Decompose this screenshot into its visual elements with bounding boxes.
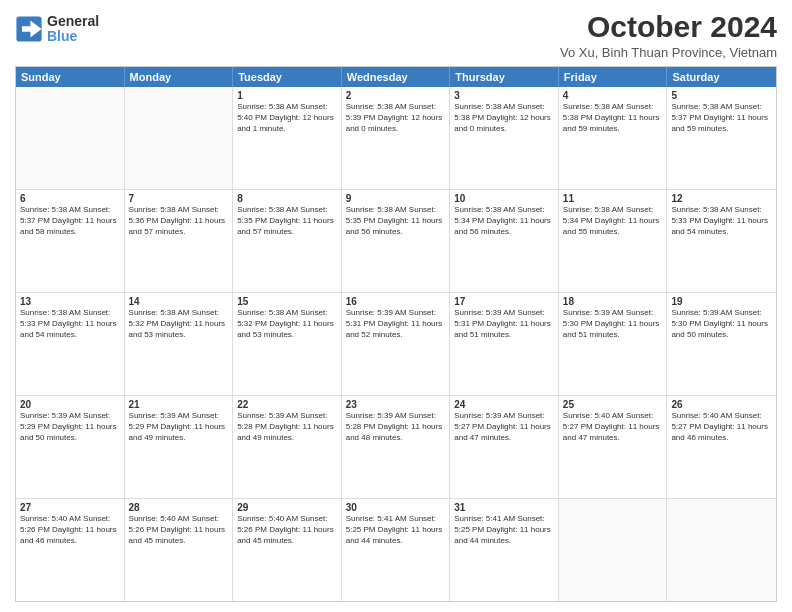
calendar-week-2: 6Sunrise: 5:38 AM Sunset: 5:37 PM Daylig…: [16, 189, 776, 292]
calendar-header: Sunday Monday Tuesday Wednesday Thursday…: [16, 67, 776, 87]
day-info: Sunrise: 5:39 AM Sunset: 5:30 PM Dayligh…: [563, 308, 663, 340]
day-info: Sunrise: 5:39 AM Sunset: 5:31 PM Dayligh…: [346, 308, 446, 340]
day-number: 21: [129, 399, 229, 410]
day-cell-25: 25Sunrise: 5:40 AM Sunset: 5:27 PM Dayli…: [559, 396, 668, 498]
day-cell-20: 20Sunrise: 5:39 AM Sunset: 5:29 PM Dayli…: [16, 396, 125, 498]
day-number: 9: [346, 193, 446, 204]
day-info: Sunrise: 5:39 AM Sunset: 5:31 PM Dayligh…: [454, 308, 554, 340]
day-info: Sunrise: 5:39 AM Sunset: 5:28 PM Dayligh…: [346, 411, 446, 443]
header-friday: Friday: [559, 67, 668, 87]
logo-text: General Blue: [47, 14, 99, 45]
day-number: 7: [129, 193, 229, 204]
day-cell-2: 2Sunrise: 5:38 AM Sunset: 5:39 PM Daylig…: [342, 87, 451, 189]
day-info: Sunrise: 5:41 AM Sunset: 5:25 PM Dayligh…: [346, 514, 446, 546]
day-info: Sunrise: 5:38 AM Sunset: 5:36 PM Dayligh…: [129, 205, 229, 237]
header-wednesday: Wednesday: [342, 67, 451, 87]
day-cell-5: 5Sunrise: 5:38 AM Sunset: 5:37 PM Daylig…: [667, 87, 776, 189]
day-number: 18: [563, 296, 663, 307]
empty-cell: [16, 87, 125, 189]
day-info: Sunrise: 5:38 AM Sunset: 5:38 PM Dayligh…: [454, 102, 554, 134]
day-number: 31: [454, 502, 554, 513]
day-cell-17: 17Sunrise: 5:39 AM Sunset: 5:31 PM Dayli…: [450, 293, 559, 395]
day-number: 3: [454, 90, 554, 101]
day-info: Sunrise: 5:39 AM Sunset: 5:30 PM Dayligh…: [671, 308, 772, 340]
day-number: 15: [237, 296, 337, 307]
day-number: 5: [671, 90, 772, 101]
day-number: 6: [20, 193, 120, 204]
day-info: Sunrise: 5:39 AM Sunset: 5:27 PM Dayligh…: [454, 411, 554, 443]
logo-icon: [15, 15, 43, 43]
logo-general-label: General: [47, 14, 99, 29]
day-info: Sunrise: 5:38 AM Sunset: 5:32 PM Dayligh…: [237, 308, 337, 340]
header-thursday: Thursday: [450, 67, 559, 87]
day-number: 16: [346, 296, 446, 307]
day-info: Sunrise: 5:40 AM Sunset: 5:26 PM Dayligh…: [129, 514, 229, 546]
day-number: 19: [671, 296, 772, 307]
calendar: Sunday Monday Tuesday Wednesday Thursday…: [15, 66, 777, 602]
day-number: 22: [237, 399, 337, 410]
day-number: 25: [563, 399, 663, 410]
day-number: 30: [346, 502, 446, 513]
day-info: Sunrise: 5:40 AM Sunset: 5:26 PM Dayligh…: [20, 514, 120, 546]
day-cell-4: 4Sunrise: 5:38 AM Sunset: 5:38 PM Daylig…: [559, 87, 668, 189]
day-number: 24: [454, 399, 554, 410]
day-info: Sunrise: 5:38 AM Sunset: 5:33 PM Dayligh…: [20, 308, 120, 340]
calendar-week-1: 1Sunrise: 5:38 AM Sunset: 5:40 PM Daylig…: [16, 87, 776, 189]
day-info: Sunrise: 5:40 AM Sunset: 5:27 PM Dayligh…: [671, 411, 772, 443]
day-info: Sunrise: 5:38 AM Sunset: 5:35 PM Dayligh…: [346, 205, 446, 237]
day-cell-18: 18Sunrise: 5:39 AM Sunset: 5:30 PM Dayli…: [559, 293, 668, 395]
day-cell-6: 6Sunrise: 5:38 AM Sunset: 5:37 PM Daylig…: [16, 190, 125, 292]
day-info: Sunrise: 5:38 AM Sunset: 5:35 PM Dayligh…: [237, 205, 337, 237]
day-cell-8: 8Sunrise: 5:38 AM Sunset: 5:35 PM Daylig…: [233, 190, 342, 292]
day-cell-15: 15Sunrise: 5:38 AM Sunset: 5:32 PM Dayli…: [233, 293, 342, 395]
day-cell-22: 22Sunrise: 5:39 AM Sunset: 5:28 PM Dayli…: [233, 396, 342, 498]
main-title: October 2024: [560, 10, 777, 43]
day-number: 12: [671, 193, 772, 204]
logo-blue-label: Blue: [47, 29, 99, 44]
day-number: 28: [129, 502, 229, 513]
day-cell-21: 21Sunrise: 5:39 AM Sunset: 5:29 PM Dayli…: [125, 396, 234, 498]
day-info: Sunrise: 5:38 AM Sunset: 5:37 PM Dayligh…: [671, 102, 772, 134]
calendar-week-4: 20Sunrise: 5:39 AM Sunset: 5:29 PM Dayli…: [16, 395, 776, 498]
day-info: Sunrise: 5:39 AM Sunset: 5:28 PM Dayligh…: [237, 411, 337, 443]
day-info: Sunrise: 5:38 AM Sunset: 5:39 PM Dayligh…: [346, 102, 446, 134]
header-monday: Monday: [125, 67, 234, 87]
day-info: Sunrise: 5:41 AM Sunset: 5:25 PM Dayligh…: [454, 514, 554, 546]
day-info: Sunrise: 5:40 AM Sunset: 5:27 PM Dayligh…: [563, 411, 663, 443]
day-info: Sunrise: 5:39 AM Sunset: 5:29 PM Dayligh…: [129, 411, 229, 443]
logo: General Blue: [15, 14, 99, 45]
day-cell-13: 13Sunrise: 5:38 AM Sunset: 5:33 PM Dayli…: [16, 293, 125, 395]
day-cell-10: 10Sunrise: 5:38 AM Sunset: 5:34 PM Dayli…: [450, 190, 559, 292]
day-cell-14: 14Sunrise: 5:38 AM Sunset: 5:32 PM Dayli…: [125, 293, 234, 395]
day-cell-3: 3Sunrise: 5:38 AM Sunset: 5:38 PM Daylig…: [450, 87, 559, 189]
header-sunday: Sunday: [16, 67, 125, 87]
day-cell-19: 19Sunrise: 5:39 AM Sunset: 5:30 PM Dayli…: [667, 293, 776, 395]
day-number: 11: [563, 193, 663, 204]
day-number: 2: [346, 90, 446, 101]
day-info: Sunrise: 5:38 AM Sunset: 5:34 PM Dayligh…: [563, 205, 663, 237]
day-cell-16: 16Sunrise: 5:39 AM Sunset: 5:31 PM Dayli…: [342, 293, 451, 395]
day-number: 1: [237, 90, 337, 101]
day-number: 4: [563, 90, 663, 101]
header: General Blue October 2024 Vo Xu, Binh Th…: [15, 10, 777, 60]
day-number: 13: [20, 296, 120, 307]
day-cell-30: 30Sunrise: 5:41 AM Sunset: 5:25 PM Dayli…: [342, 499, 451, 601]
day-info: Sunrise: 5:39 AM Sunset: 5:29 PM Dayligh…: [20, 411, 120, 443]
title-block: October 2024 Vo Xu, Binh Thuan Province,…: [560, 10, 777, 60]
day-cell-23: 23Sunrise: 5:39 AM Sunset: 5:28 PM Dayli…: [342, 396, 451, 498]
day-number: 27: [20, 502, 120, 513]
day-number: 14: [129, 296, 229, 307]
empty-cell: [125, 87, 234, 189]
day-cell-29: 29Sunrise: 5:40 AM Sunset: 5:26 PM Dayli…: [233, 499, 342, 601]
header-saturday: Saturday: [667, 67, 776, 87]
day-info: Sunrise: 5:38 AM Sunset: 5:34 PM Dayligh…: [454, 205, 554, 237]
day-cell-24: 24Sunrise: 5:39 AM Sunset: 5:27 PM Dayli…: [450, 396, 559, 498]
calendar-week-3: 13Sunrise: 5:38 AM Sunset: 5:33 PM Dayli…: [16, 292, 776, 395]
day-cell-11: 11Sunrise: 5:38 AM Sunset: 5:34 PM Dayli…: [559, 190, 668, 292]
day-cell-26: 26Sunrise: 5:40 AM Sunset: 5:27 PM Dayli…: [667, 396, 776, 498]
day-info: Sunrise: 5:40 AM Sunset: 5:26 PM Dayligh…: [237, 514, 337, 546]
day-number: 10: [454, 193, 554, 204]
day-cell-7: 7Sunrise: 5:38 AM Sunset: 5:36 PM Daylig…: [125, 190, 234, 292]
day-cell-28: 28Sunrise: 5:40 AM Sunset: 5:26 PM Dayli…: [125, 499, 234, 601]
day-info: Sunrise: 5:38 AM Sunset: 5:33 PM Dayligh…: [671, 205, 772, 237]
